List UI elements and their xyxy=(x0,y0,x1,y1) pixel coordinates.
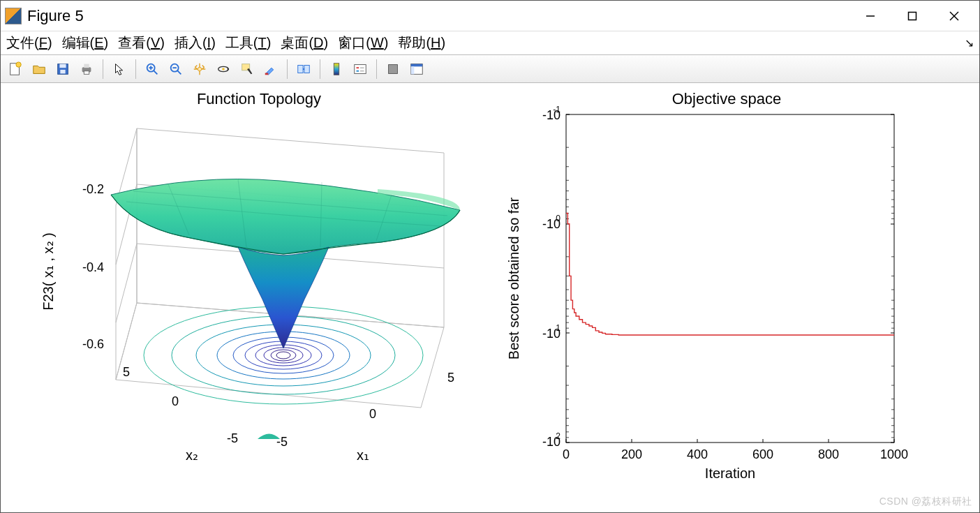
svg-text:200: 200 xyxy=(621,447,642,461)
xticks: 0 200 400 600 800 1000 xyxy=(563,447,908,461)
minimize-button[interactable] xyxy=(849,2,891,30)
zoom-out-button[interactable] xyxy=(165,59,186,80)
svg-rect-24 xyxy=(298,65,303,73)
svg-rect-47 xyxy=(566,114,894,443)
svg-rect-23 xyxy=(265,73,269,75)
svg-point-21 xyxy=(222,68,225,70)
toolbar-separator xyxy=(320,59,320,79)
new-figure-button[interactable] xyxy=(5,59,26,80)
toolbar-separator xyxy=(287,59,288,79)
xlabel: Iteration xyxy=(705,466,755,481)
save-button[interactable] xyxy=(52,59,73,80)
ytick: -5 xyxy=(227,431,238,445)
svg-rect-34 xyxy=(411,64,423,66)
convergence-plot: -10-1 -100 -101 -102 0 xyxy=(503,90,950,495)
svg-rect-10 xyxy=(84,64,89,68)
menu-window[interactable]: 窗口(W) xyxy=(338,34,388,52)
svg-text:1: 1 xyxy=(556,323,560,333)
svg-rect-8 xyxy=(60,69,65,73)
toolbar-separator xyxy=(135,59,136,79)
subplot-left[interactable]: Function Topology -0.2 -0.4 xyxy=(29,90,489,495)
svg-text:1000: 1000 xyxy=(880,447,908,461)
surface3d-plot: -0.2 -0.4 -0.6 5 0 -5 5 0 -5 F23( x₁ , x… xyxy=(29,90,489,495)
svg-rect-32 xyxy=(389,64,398,73)
svg-text:800: 800 xyxy=(818,447,839,461)
svg-text:600: 600 xyxy=(752,447,773,461)
svg-rect-7 xyxy=(59,64,66,68)
svg-point-19 xyxy=(198,67,202,71)
svg-rect-25 xyxy=(304,65,309,73)
colorbar-button[interactable] xyxy=(326,59,347,80)
right-plot-title: Objective space xyxy=(503,90,950,108)
window-controls xyxy=(849,2,975,30)
rotate3d-button[interactable] xyxy=(213,59,234,80)
maximize-button[interactable] xyxy=(891,2,933,30)
svg-rect-1 xyxy=(909,12,916,20)
svg-rect-27 xyxy=(355,64,366,73)
brush-button[interactable] xyxy=(260,59,281,80)
toolbar-separator xyxy=(103,59,103,79)
menu-view[interactable]: 查看(V) xyxy=(118,34,165,52)
svg-line-13 xyxy=(154,70,158,74)
ylabel: Best score obtained so far xyxy=(506,197,521,359)
figure-window: Figure 5 文件(F) 编辑(E) 查看(V) 插入(I) 工具(T) 桌… xyxy=(0,0,980,513)
ztick: -0.4 xyxy=(82,260,104,274)
figure-canvas: Function Topology -0.2 -0.4 xyxy=(1,83,979,512)
toolbar xyxy=(1,55,979,83)
link-plots-button[interactable] xyxy=(293,59,314,80)
svg-text:2: 2 xyxy=(556,431,560,441)
xtick: 5 xyxy=(447,371,454,385)
surface-plateau xyxy=(111,179,460,255)
svg-point-5 xyxy=(16,61,21,66)
show-plot-tools-button[interactable] xyxy=(406,59,427,80)
pan-button[interactable] xyxy=(189,59,210,80)
svg-text:400: 400 xyxy=(687,447,708,461)
zoom-in-button[interactable] xyxy=(142,59,163,80)
menubar: 文件(F) 编辑(E) 查看(V) 插入(I) 工具(T) 桌面(D) 窗口(W… xyxy=(1,31,979,55)
legend-button[interactable] xyxy=(350,59,371,80)
hide-plot-tools-button[interactable] xyxy=(383,59,403,80)
watermark: CSDN @荔枝科研社 xyxy=(879,496,972,508)
svg-text:0: 0 xyxy=(563,447,570,461)
toolbar-separator xyxy=(376,59,377,79)
menu-insert[interactable]: 插入(I) xyxy=(175,34,216,52)
svg-line-17 xyxy=(177,70,181,74)
open-button[interactable] xyxy=(29,59,50,80)
ylabel: x₂ xyxy=(186,447,198,463)
window-title: Figure 5 xyxy=(27,7,84,25)
ytick: 0 xyxy=(172,394,179,408)
dock-arrow-icon[interactable]: ↘ xyxy=(965,36,974,50)
svg-rect-11 xyxy=(84,70,89,74)
ztick: -0.6 xyxy=(82,337,104,351)
menu-tools[interactable]: 工具(T) xyxy=(225,34,272,52)
pointer-button[interactable] xyxy=(109,59,130,80)
ztick: -0.2 xyxy=(82,182,104,196)
menu-file[interactable]: 文件(F) xyxy=(6,34,52,52)
svg-text:0: 0 xyxy=(556,214,560,223)
surface-well xyxy=(238,247,329,348)
svg-point-45 xyxy=(276,352,290,359)
menu-edit[interactable]: 编辑(E) xyxy=(62,34,109,52)
xtick: -5 xyxy=(276,435,288,449)
svg-point-44 xyxy=(271,350,296,361)
xlabel: x₁ xyxy=(357,447,369,463)
yticks: -10-1 -100 -101 -102 xyxy=(542,105,560,449)
subplot-right[interactable]: Objective space -10-1 -100 -101 -102 xyxy=(503,90,950,495)
print-button[interactable] xyxy=(76,59,97,80)
menu-help[interactable]: 帮助(H) xyxy=(398,34,445,52)
zlabel: F23( x₁ , x₂ ) xyxy=(40,232,56,311)
titlebar: Figure 5 xyxy=(1,1,979,31)
ytick: 5 xyxy=(123,365,130,379)
svg-rect-35 xyxy=(411,66,415,74)
close-button[interactable] xyxy=(933,2,975,30)
matlab-icon xyxy=(5,8,22,24)
data-cursor-button[interactable] xyxy=(237,59,258,80)
svg-rect-26 xyxy=(334,63,339,75)
menu-desktop[interactable]: 桌面(D) xyxy=(281,34,328,52)
xtick: 0 xyxy=(369,407,376,421)
